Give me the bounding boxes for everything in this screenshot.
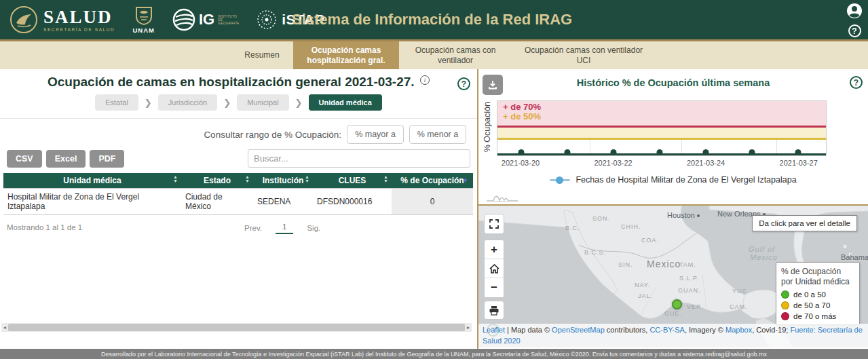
tab-ocupacion-camas-hospitalizacion[interactable]: Ocupación camas hospitalización gral. — [293, 41, 399, 69]
salud-logo: SALUD SECRETARÍA DE SALUD — [10, 5, 115, 34]
threshold-50-band — [497, 128, 826, 138]
map-label: Bahamas — [841, 253, 868, 261]
col-pct-ocupacion[interactable]: % de Ocupación▼ — [392, 173, 473, 189]
tabbar: Resumen Ocupación camas hospitalización … — [0, 39, 868, 69]
data-point[interactable] — [702, 149, 709, 155]
table-tools: CSV Excel PDF — [0, 144, 477, 168]
breadcrumb-estatal[interactable]: Estatal — [95, 94, 138, 111]
breadcrumb: Estatal ❯ Jurisdicción ❯ Municipal ❯ Uni… — [0, 94, 477, 111]
pct-less-input[interactable] — [409, 125, 466, 144]
excel-button[interactable]: Excel — [46, 150, 86, 168]
pagination-nav: Prev. 1 Sig. — [244, 221, 320, 234]
cell-estado: Ciudad de México — [181, 189, 253, 215]
istar-globe-icon — [256, 9, 278, 31]
x-tick-label: 2021-03-22 — [594, 159, 632, 167]
home-button[interactable] — [485, 259, 504, 278]
attribution-link[interactable]: Mapbox — [725, 326, 752, 334]
col-unidad-medica[interactable]: Unidad médica▲▼ — [3, 173, 181, 189]
threshold-50-label: + de 50% — [503, 111, 541, 121]
map-label: VER. — [687, 303, 704, 310]
scroll-right-icon[interactable]: ▸ — [465, 324, 472, 330]
scroll-left-icon[interactable]: ◂ — [1, 324, 8, 330]
hospital-map-marker[interactable] — [672, 299, 682, 309]
scrollbar-thumb[interactable] — [8, 324, 465, 331]
app-window: SALUD SECRETARÍA DE SALUD UNAM IG INSTIT… — [0, 0, 868, 359]
map-label: CAM. — [730, 303, 748, 310]
attribution-text: contributors, — [605, 326, 650, 334]
fullscreen-button[interactable] — [484, 214, 504, 234]
data-point[interactable] — [564, 149, 570, 155]
col-institucion[interactable]: Institución▲▼ — [253, 173, 313, 189]
legend-item-low: de 0 a 50 — [781, 290, 854, 299]
map-label: GUAN. — [678, 287, 701, 294]
print-map-button[interactable] — [484, 301, 504, 320]
right-panel: Histórico % de Ocupación última semana ?… — [477, 69, 868, 349]
map-hint-tooltip: Da click para ver el detalle — [752, 215, 857, 231]
sort-icon: ▲▼ — [383, 175, 388, 183]
page-1-button[interactable]: 1 — [276, 221, 293, 234]
range-navigator-sparkline[interactable] — [485, 190, 529, 202]
header-help-icon[interactable]: ? — [848, 24, 861, 37]
data-point[interactable] — [656, 149, 662, 155]
beds-panel-help-icon[interactable]: ? — [457, 77, 470, 90]
sort-desc-icon: ▼ — [462, 177, 468, 184]
yellow-dot-icon — [781, 301, 789, 309]
salud-wordmark: SALUD SECRETARÍA DE SALUD — [43, 8, 115, 32]
zoom-in-button[interactable]: + — [485, 240, 504, 259]
map-label: SON. — [592, 215, 610, 222]
chart-xticks: 2021-03-202021-03-222021-03-242021-03-27 — [497, 159, 827, 170]
data-point[interactable] — [795, 149, 801, 155]
next-page-button[interactable]: Sig. — [307, 224, 320, 232]
tab-resumen[interactable]: Resumen — [231, 41, 293, 69]
col-clues[interactable]: CLUES▲▼ — [313, 173, 392, 189]
col-label: % de Ocupación — [400, 176, 464, 185]
app-header: SALUD SECRETARÍA DE SALUD UNAM IG INSTIT… — [0, 0, 868, 39]
printer-icon — [489, 305, 499, 316]
sort-icon: ▲▼ — [305, 175, 309, 183]
tab-ocupacion-camas-ventilador[interactable]: Ocupación camas con ventilador — [399, 41, 512, 69]
attribution-link[interactable]: OpenStreetMap — [552, 326, 605, 334]
home-icon — [489, 264, 499, 273]
tab-label: Resumen — [244, 50, 279, 60]
user-account-icon[interactable] — [846, 3, 863, 19]
chart-legend[interactable]: Fechas de Hospital Militar de Zona de El… — [478, 175, 868, 185]
breadcrumb-jurisdiccion[interactable]: Jurisdicción — [158, 94, 217, 111]
map-label: GUE. — [664, 310, 682, 317]
pct-greater-input[interactable] — [347, 125, 404, 144]
csv-button[interactable]: CSV — [7, 150, 42, 168]
attribution-text: | Map data © — [505, 326, 552, 334]
ig-wordmark: IG — [199, 13, 214, 26]
attribution-text: , Covid-19; — [752, 326, 790, 334]
pagination-info: Mostrando 1 al 1 de 1 — [7, 223, 82, 231]
map-label: Gulf of — [749, 245, 775, 253]
data-point[interactable] — [749, 149, 755, 155]
beds-panel-title: Ocupación de camas en hospitalización ge… — [48, 75, 415, 89]
attribution-link[interactable]: Leaflet — [483, 326, 505, 334]
table-header-row: Unidad médica▲▼ Estado▲▼ Institución▲▼ C… — [3, 173, 473, 189]
tab-ocupacion-camas-ventilador-uci[interactable]: Ocupación camas con ventilador UCI — [512, 41, 656, 69]
zoom-out-button[interactable]: − — [485, 278, 504, 297]
chart-title: Histórico % de Ocupación última semana — [478, 77, 868, 88]
info-icon[interactable]: i — [420, 75, 430, 85]
horizontal-scrollbar[interactable]: ◂ ▸ — [1, 323, 472, 332]
chart-help-icon[interactable]: ? — [850, 76, 863, 89]
map-label: TAM. — [679, 261, 696, 268]
map-label: YUC — [732, 288, 747, 295]
data-point[interactable] — [518, 149, 524, 155]
breadcrumb-municipal[interactable]: Municipal — [237, 94, 288, 111]
table-row[interactable]: Hospital Militar de Zona de El Vergel Iz… — [3, 189, 473, 215]
ig-subtitle: INSTITUTO DE GEOGRAFÍA — [218, 15, 241, 25]
col-estado[interactable]: Estado▲▼ — [181, 173, 253, 189]
map-label: JAL. — [638, 292, 653, 299]
prev-page-button[interactable]: Prev. — [244, 224, 262, 232]
pdf-button[interactable]: PDF — [90, 150, 124, 168]
sort-icon: ▲▼ — [173, 175, 178, 183]
attribution-link[interactable]: CC-BY-SA — [649, 326, 685, 334]
chevron-right-icon: ❯ — [295, 98, 303, 108]
breadcrumb-unidad-medica[interactable]: Unidad médica — [309, 94, 382, 111]
cell-unidad-medica: Hospital Militar de Zona de El Vergel Iz… — [3, 189, 181, 215]
search-input[interactable] — [248, 149, 470, 168]
map-zoom-controls: + − — [484, 240, 504, 298]
threshold-70-band — [497, 101, 826, 126]
data-point[interactable] — [610, 149, 616, 155]
